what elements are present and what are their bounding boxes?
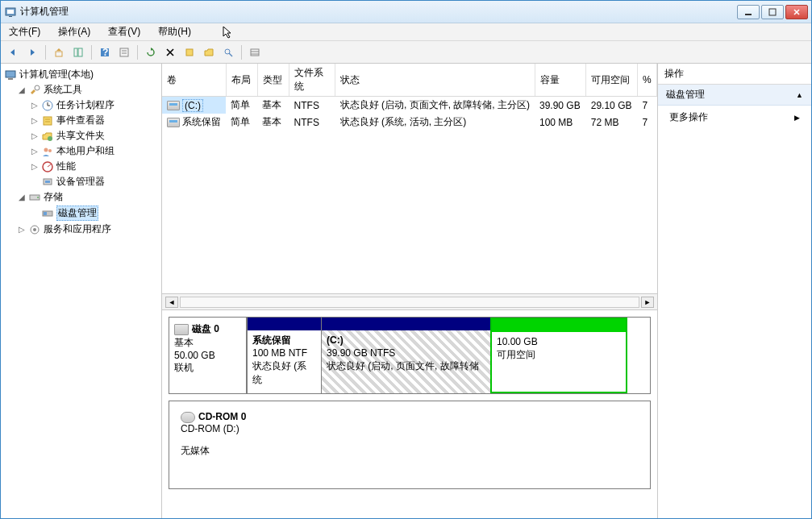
svg-rect-38 [45,181,50,183]
tree-eventviewer[interactable]: ▷事件查看器 [28,113,160,128]
tree-performance[interactable]: ▷性能 [28,159,160,174]
cdrom-dev: CD-ROM (D:) [181,423,639,434]
tree-root-label: 计算机管理(本地) [19,68,94,81]
expand-icon[interactable]: ▷ [30,162,39,171]
up-button[interactable] [50,44,68,61]
tree-diskmgmt[interactable]: 磁盘管理 [28,205,160,222]
table-row[interactable]: 系统保留简单基本NTFS状态良好 (系统, 活动, 主分区)100 MB72 M… [162,114,657,131]
cursor-icon [222,25,233,39]
center-panel: 卷 布局 类型 文件系统 状态 容量 可用空间 % (C:)简单基本NTFS状态… [162,64,658,518]
col-capacity[interactable]: 容量 [535,64,586,97]
svg-point-44 [33,228,36,231]
tree-storage[interactable]: ◢ 存储 [15,189,160,205]
collapse-icon[interactable]: ◢ [17,85,26,94]
find-button[interactable] [219,44,237,61]
tree-root[interactable]: 计算机管理(本地) [2,67,160,82]
action-more-label: 更多操作 [669,110,708,124]
menu-action[interactable]: 操作(A) [55,23,94,40]
expand-icon[interactable]: ▷ [30,116,39,125]
actions-section[interactable]: 磁盘管理 ▲ [658,85,811,106]
svg-line-19 [229,53,232,56]
scroll-track[interactable] [180,297,639,308]
col-pct[interactable]: % [638,64,657,97]
action-more[interactable]: 更多操作 ▶ [658,106,811,129]
clock-icon [41,99,54,112]
forward-button[interactable] [23,44,41,61]
svg-rect-3 [745,14,752,15]
delete-button[interactable] [161,44,179,61]
tree-scheduler[interactable]: ▷任务计划程序 [28,98,160,113]
disk-0-state: 联机 [174,361,241,375]
expand-icon[interactable]: ▷ [30,131,39,140]
svg-point-34 [48,149,52,152]
folder-share-icon [41,130,54,143]
table-row[interactable]: (C:)简单基本NTFS状态良好 (启动, 页面文件, 故障转储, 主分区)39… [162,97,657,114]
tree-localusers-label: 本地用户和组 [56,144,115,158]
col-status[interactable]: 状态 [335,64,535,97]
close-button[interactable] [785,5,808,19]
volume-list[interactable]: 卷 布局 类型 文件系统 状态 容量 可用空间 % (C:)简单基本NTFS状态… [162,64,657,294]
menu-view[interactable]: 查看(V) [105,23,144,40]
refresh-button[interactable] [142,44,160,61]
volume-icon [167,101,180,110]
list-button[interactable] [246,44,264,61]
splitter[interactable]: ◄ ► [162,294,657,310]
cdrom-0[interactable]: CD-ROM 0 CD-ROM (D:) 无媒体 [169,401,651,489]
svg-rect-1 [7,10,14,14]
partition[interactable]: 10.00 GB可用空间 [490,318,627,393]
minimize-button[interactable] [737,5,760,19]
disk-icon [41,207,54,220]
new-button[interactable] [181,44,198,61]
tree-systools-label: 系统工具 [44,83,82,97]
col-layout[interactable]: 布局 [226,64,257,97]
collapse-icon[interactable]: ◢ [17,193,26,201]
maximize-button[interactable] [761,5,784,19]
scroll-right-button[interactable]: ► [641,297,654,308]
tree-devicemgr[interactable]: 设备管理器 [28,174,160,189]
services-icon [28,223,41,236]
svg-point-32 [48,136,52,141]
svg-rect-9 [78,48,82,56]
scroll-left-button[interactable]: ◄ [165,297,178,308]
help-button[interactable]: ? [96,44,114,61]
tree-sharedfolders[interactable]: ▷共享文件夹 [28,128,160,143]
performance-icon [41,160,54,173]
expand-icon[interactable]: ▷ [30,147,39,156]
show-tree-button[interactable] [69,44,87,61]
disk-0[interactable]: 磁盘 0 基本 50.00 GB 联机 系统保留100 MB NTF状态良好 (… [169,317,651,394]
actions-section-label: 磁盘管理 [666,88,705,102]
tree-performance-label: 性能 [56,160,76,173]
col-free[interactable]: 可用空间 [586,64,638,97]
menu-help[interactable]: 帮助(H) [155,23,194,40]
disk-0-type: 基本 [174,336,241,350]
open-button[interactable] [200,44,218,61]
menu-file[interactable]: 文件(F) [6,23,44,40]
properties-button[interactable] [115,44,133,61]
partition[interactable]: 系统保留100 MB NTF状态良好 (系统 [247,318,321,393]
window-title: 计算机管理 [20,5,737,19]
tree-systools[interactable]: ◢ 系统工具 [15,82,160,98]
col-type[interactable]: 类型 [257,64,289,97]
col-fs[interactable]: 文件系统 [289,64,335,97]
back-button[interactable] [4,44,22,61]
expand-icon[interactable]: ▷ [17,225,26,234]
title-bar: 计算机管理 [1,1,811,23]
svg-rect-29 [44,117,52,125]
partition[interactable]: (C:)39.90 GB NTFS状态良好 (启动, 页面文件, 故障转储 [321,318,490,393]
svg-rect-42 [44,212,47,215]
expand-icon[interactable]: ▷ [30,101,39,110]
svg-rect-4 [769,9,776,15]
chevron-right-icon: ▶ [794,114,800,122]
col-volume[interactable]: 卷 [162,64,226,97]
svg-point-40 [37,197,39,198]
svg-rect-12 [120,48,128,56]
tree-panel: 计算机管理(本地) ◢ 系统工具 ▷任务计划程序 ▷事件查看器 ▷共享文件夹 [1,64,162,518]
tools-icon [28,84,41,97]
disk-icon [174,324,189,335]
tree-localusers[interactable]: ▷本地用户和组 [28,143,160,159]
tree-diskmgmt-label: 磁盘管理 [56,206,98,221]
tree-services[interactable]: ▷服务和应用程序 [15,222,160,237]
svg-rect-7 [56,52,62,56]
cdrom-title: CD-ROM 0 [198,411,246,422]
svg-point-33 [44,147,48,152]
